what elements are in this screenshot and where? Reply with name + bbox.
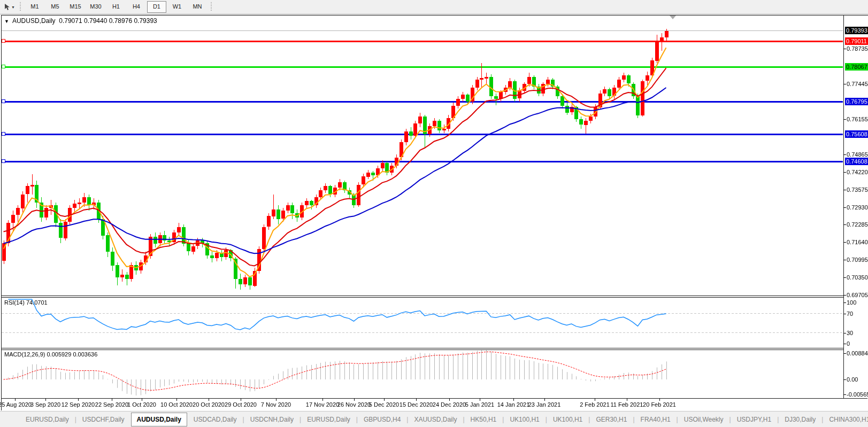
symbol-menu-triangle-icon[interactable]: ▼ (4, 19, 9, 24)
chart-tab-xauusd-daily[interactable]: XAUUSD,Daily (409, 412, 462, 427)
price-badge: 0.79393 (845, 27, 868, 34)
price-badge: 0.79011 (845, 37, 868, 45)
chart-tab-usoil-weekly[interactable]: USOil,Weekly (679, 412, 729, 427)
price-badge: 0.78067 (845, 63, 868, 71)
rsi-axis-label: 30 (847, 330, 853, 336)
date-label: 24 Dec 2020 (433, 401, 466, 408)
date-label: 20 Feb 2021 (643, 401, 676, 408)
macd-axis-label: 0.00884 (847, 350, 868, 356)
date-label: 20 Oct 2020 (193, 401, 225, 408)
chart-tab-eurusd-daily[interactable]: EURUSD,Daily (302, 412, 356, 427)
chart-tab-uk100-h1[interactable]: UK100,H1 (548, 412, 588, 427)
price-badge: 0.75608 (845, 130, 868, 138)
price-badge: 0.74608 (845, 158, 868, 165)
date-label: 15 Dec 2020 (400, 401, 433, 408)
date-label: 11 Feb 2021 (611, 401, 643, 408)
chart-tab-audusd-daily[interactable]: AUDUSD,Daily (131, 413, 187, 426)
price-tick-label: 0.71640 (847, 239, 868, 245)
chart-tabs-bar: EURUSD,Daily|USDCHF,DailyAUDUSD,DailyUSD… (0, 411, 868, 427)
price-tick-label: 0.78735 (847, 45, 868, 52)
chart-tab-ger30-h1[interactable]: GER30,H1 (590, 412, 632, 427)
chart-tab-usdcnh-daily[interactable]: USDCNH,Daily (245, 412, 299, 427)
rsi-axis-label: 100 (847, 299, 856, 306)
chart-tab-hk50-h1[interactable]: HK50,H1 (465, 412, 502, 427)
rsi-indicator-label: RSI(14) 74.0701 (4, 299, 48, 306)
date-label: 23 Jan 2021 (528, 401, 561, 408)
rsi-axis-label: 70 (847, 310, 853, 317)
date-label: 1 Oct 2020 (127, 401, 156, 408)
price-tick-label: 0.74865 (847, 151, 868, 158)
price-badge: 0.76795 (845, 98, 868, 105)
date-label: 7 Nov 2020 (261, 401, 291, 408)
chart-tab-dj30-daily[interactable]: DJ30,Daily (779, 412, 821, 427)
price-tick-label: 0.76155 (847, 116, 868, 122)
chart-tab-gbpusd-h4[interactable]: GBPUSD,H4 (358, 412, 406, 427)
macd-indicator-label: MACD(12,26,9) 0.005929 0.003636 (4, 351, 97, 358)
macd-axis-label: 0.00 (847, 376, 858, 383)
mt4-chart-window: ▼ M1M5M15M30H1H4D1W1MN ▼AUDUSD,Daily 0.7… (0, 0, 868, 427)
chart-canvas[interactable] (0, 0, 868, 427)
price-tick-label: 0.70350 (847, 274, 868, 281)
price-tick-label: 0.74220 (847, 169, 868, 175)
macd-axis-label: -0.005651 (847, 391, 868, 398)
price-tick-label: 0.69705 (847, 292, 868, 298)
chart-tab-china300-h1[interactable]: CHINA300,H1 (824, 412, 868, 427)
date-label: 25 Aug 2020 (0, 401, 32, 408)
price-tick-label: 0.72285 (847, 221, 868, 228)
date-label: 10 Oct 2020 (160, 401, 193, 408)
chart-tab-eurusd-daily[interactable]: EURUSD,Daily (20, 412, 74, 427)
date-label: 17 Nov 2020 (306, 401, 339, 408)
date-label: 22 Sep 2020 (95, 401, 128, 408)
chart-tab-usdcad-daily[interactable]: USDCAD,Daily (188, 412, 242, 427)
chart-tab-usdchf-daily[interactable]: USDCHF,Daily (77, 412, 130, 427)
price-tick-label: 0.70995 (847, 257, 868, 263)
chart-tab-uk100-h1[interactable]: UK100,H1 (504, 412, 544, 427)
chart-shift-marker-icon[interactable] (670, 15, 676, 19)
date-label: 26 Nov 2020 (337, 401, 371, 408)
date-label: 5 Jan 2021 (465, 401, 494, 408)
price-tick-label: 0.72930 (847, 204, 868, 211)
rsi-axis-label: 0 (847, 340, 850, 347)
date-label: 2 Feb 2021 (580, 401, 610, 408)
chart-tab-usdjpy-h1[interactable]: USDJPY,H1 (732, 412, 777, 427)
date-label: 3 Sep 2020 (30, 401, 60, 408)
date-label: 12 Sep 2020 (62, 401, 95, 408)
chart-title-text: AUDUSD,Daily 0.79071 0.79440 0.78976 0.7… (12, 17, 157, 25)
price-tick-label: 0.77445 (847, 81, 868, 87)
chart-tab-fra40-h1[interactable]: FRA40,H1 (635, 412, 676, 427)
chart-title: ▼AUDUSD,Daily 0.79071 0.79440 0.78976 0.… (4, 17, 157, 25)
date-label: 14 Jan 2021 (497, 401, 530, 408)
date-label: 29 Oct 2020 (225, 401, 257, 408)
price-tick-label: 0.73575 (847, 187, 868, 193)
date-label: 5 Dec 2020 (369, 401, 399, 408)
